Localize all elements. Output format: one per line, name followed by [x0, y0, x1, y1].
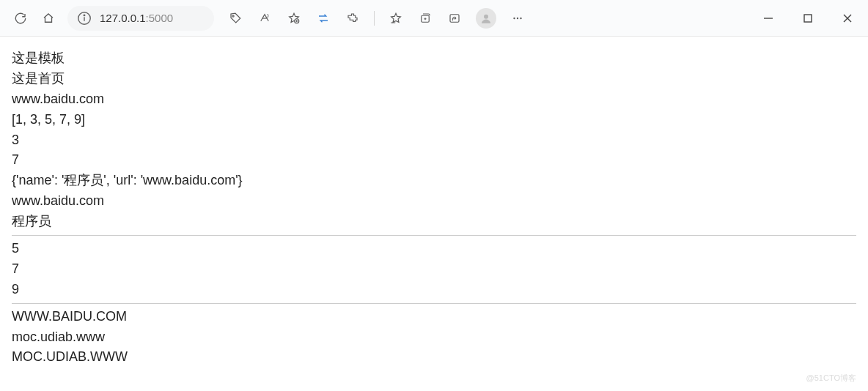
watermark: @51CTO博客 — [806, 373, 856, 384]
page-content: 这是模板 这是首页 www.baidu.com [1, 3, 5, 7, 9] … — [0, 37, 868, 379]
content-line: [1, 3, 5, 7, 9] — [12, 110, 856, 130]
content-line: 7 — [12, 259, 856, 280]
svg-point-8 — [513, 17, 515, 18]
content-line: WWW.BAIDU.COM — [12, 307, 856, 327]
svg-point-7 — [484, 14, 488, 18]
address-host: 127.0.0.1 — [100, 12, 146, 24]
content-line: 程序员 — [12, 212, 856, 232]
favorites-icon[interactable] — [388, 10, 404, 26]
content-line: MOC.UDIAB.WWW — [12, 347, 856, 368]
svg-rect-12 — [804, 15, 812, 22]
content-line: 5 — [12, 239, 856, 259]
read-aloud-icon[interactable] — [257, 10, 273, 26]
divider-line — [12, 303, 856, 304]
content-line: www.baidu.com — [12, 89, 856, 110]
toolbar-icons-group — [227, 8, 526, 29]
favorites-star-icon[interactable] — [286, 10, 302, 26]
content-line: 7 — [12, 150, 856, 171]
collections-icon[interactable] — [417, 10, 433, 26]
address-port: :5000 — [146, 12, 174, 24]
toolbar-divider — [374, 11, 375, 26]
sync-icon[interactable] — [315, 10, 331, 26]
browser-toolbar: 127.0.0.1:5000 — [0, 0, 868, 37]
info-icon[interactable] — [76, 10, 92, 26]
ie-mode-icon[interactable] — [446, 10, 463, 26]
content-line: {'name': '程序员', 'url': 'www.baidu.com'} — [12, 171, 856, 191]
svg-point-9 — [517, 17, 518, 18]
content-line: 3 — [12, 130, 856, 151]
refresh-button[interactable] — [12, 10, 29, 27]
maximize-button[interactable] — [799, 10, 817, 27]
home-button[interactable] — [40, 10, 57, 27]
svg-point-2 — [84, 15, 84, 15]
close-button[interactable] — [839, 10, 856, 27]
content-line: moc.udiab.www — [12, 327, 856, 348]
profile-button[interactable] — [476, 8, 496, 29]
price-tag-icon[interactable] — [227, 10, 243, 26]
content-line: 这是首页 — [12, 69, 856, 89]
svg-rect-6 — [450, 14, 459, 22]
content-line: 这是模板 — [12, 48, 856, 69]
svg-point-10 — [520, 17, 521, 18]
svg-point-3 — [232, 15, 234, 16]
content-line: www.baidu.com — [12, 191, 856, 212]
minimize-button[interactable] — [760, 10, 777, 27]
address-bar[interactable]: 127.0.0.1:5000 — [67, 6, 214, 31]
window-controls — [760, 10, 856, 27]
address-text: 127.0.0.1:5000 — [100, 12, 179, 24]
content-line: 9 — [12, 280, 856, 300]
divider-line — [12, 235, 856, 236]
more-menu-icon[interactable] — [510, 10, 526, 26]
extensions-icon[interactable] — [345, 10, 361, 26]
